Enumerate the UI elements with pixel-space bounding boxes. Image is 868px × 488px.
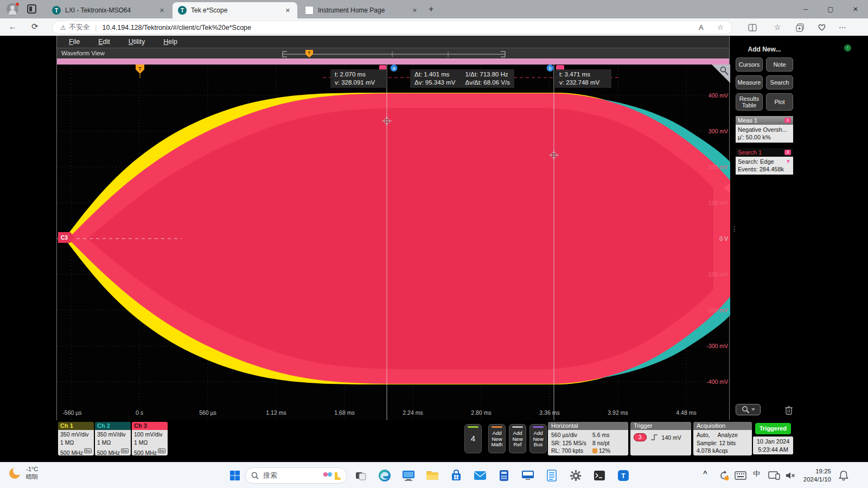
profile-avatar[interactable] <box>7 3 18 15</box>
close-button[interactable]: ✕ <box>843 0 868 18</box>
new-tab-button[interactable]: + <box>429 4 433 14</box>
results-table-button[interactable]: Results Table <box>736 93 763 111</box>
tab-close-icon[interactable]: ✕ <box>411 7 419 14</box>
ch3-impedance: 1 MΩ <box>134 439 168 447</box>
warning-icon: ⚠ <box>60 24 66 31</box>
search1-badge[interactable]: Search 1 3 Search: Edge ▼ Events: 284.45… <box>736 148 793 175</box>
workspaces-icon[interactable] <box>27 4 36 14</box>
trigger-position-flag[interactable]: T <box>136 65 144 78</box>
svg-text:400 mV: 400 mV <box>709 92 728 99</box>
ch4-button[interactable]: 4 <box>464 424 482 453</box>
ch3-name: Ch 3 <box>132 422 168 430</box>
ch3-badge[interactable]: Ch 3 100 mV/div 1 MΩ 500 MHzBw <box>132 422 168 455</box>
trigger-title: Trigger <box>630 422 691 430</box>
address-bar[interactable]: ⚠ 不安全 | 10.4.194.128/Tektronix/#/client/… <box>52 21 732 34</box>
svg-text:-200 mV: -200 mV <box>706 307 728 313</box>
browser-essentials-icon[interactable] <box>817 23 827 33</box>
touch-keyboard-icon[interactable] <box>733 468 748 483</box>
meas1-source-badge: 3 <box>784 118 791 123</box>
favorite-star-icon[interactable]: ☆ <box>717 23 724 31</box>
teams-icon[interactable]: T <box>616 468 630 483</box>
meas1-name: Negative Oversh... <box>738 126 791 133</box>
add-new-bus-button[interactable]: AddNewBus <box>529 424 547 453</box>
back-button[interactable]: ← <box>9 22 17 31</box>
notifications-bell-icon[interactable] <box>837 468 851 483</box>
tab-title: Instrument Home Page <box>318 7 406 14</box>
search1-events: Events: 284.458k <box>738 165 791 173</box>
ch2-badge[interactable]: Ch 2 350 mV/div 1 MΩ 500 MHzBw <box>95 422 131 455</box>
update-pending-icon[interactable] <box>717 468 731 483</box>
menu-file[interactable]: File <box>69 38 80 46</box>
tab-close-icon[interactable]: ✕ <box>284 7 292 14</box>
tab-escope[interactable]: T Tek e*Scope ✕ <box>173 2 297 18</box>
add-new-ref-button[interactable]: AddNewRef <box>509 424 526 453</box>
store-icon[interactable] <box>449 468 463 483</box>
settings-more-icon[interactable]: ⋯ <box>838 23 847 33</box>
collections-icon[interactable] <box>795 23 805 33</box>
menu-help[interactable]: Help <box>163 38 177 46</box>
terminal-icon[interactable] <box>592 468 607 483</box>
tab-instrument-home[interactable]: Instrument Home Page ✕ <box>299 2 424 18</box>
cursors-button[interactable]: Cursors <box>736 57 763 72</box>
url-text[interactable]: 10.4.194.128/Tektronix/#/client/c/Tek%20… <box>103 24 251 31</box>
triggered-status: Triggered <box>755 423 791 434</box>
acquisition-sample: Sample: 12 bits <box>697 439 749 447</box>
zoom-grip-icon[interactable] <box>712 65 730 83</box>
split-screen-icon[interactable] <box>748 23 757 33</box>
svg-text:-560 µs: -560 µs <box>62 409 81 416</box>
measure-button[interactable]: Measure <box>736 75 763 89</box>
vertical-scroll-handle[interactable]: ⋮ <box>731 227 735 232</box>
taskbar-search[interactable]: 搜索 <box>245 467 347 484</box>
note-button[interactable]: Note <box>766 57 793 72</box>
notes-icon[interactable] <box>545 468 559 483</box>
search1-dropdown-icon[interactable]: ▼ <box>786 158 791 165</box>
ime-indicator[interactable]: 中 <box>753 469 760 479</box>
screen: T LXI - Tektronix-MSO64 ✕ T Tek e*Scope … <box>0 0 868 488</box>
tab-close-icon[interactable]: ✕ <box>158 7 166 14</box>
search-button[interactable]: Search <box>766 75 793 89</box>
minimize-button[interactable]: ─ <box>793 0 818 18</box>
ch1-badge[interactable]: Ch 1 350 mV/div 1 MΩ 500 MHzBw <box>58 422 94 455</box>
add-new-label: Add New... <box>736 46 793 53</box>
plot-button[interactable]: Plot <box>766 93 793 111</box>
add-new-math-button[interactable]: AddNewMath <box>488 424 506 453</box>
update-available-badge[interactable]: ↑ <box>844 44 851 52</box>
taskbar-clock[interactable]: 19:25 2024/1/10 <box>801 467 831 484</box>
calculator-icon[interactable] <box>497 468 511 483</box>
tray-chevron-up-icon[interactable]: ^ <box>703 469 707 477</box>
mail-icon[interactable] <box>473 468 487 483</box>
svg-text:1.68 ms: 1.68 ms <box>334 409 354 416</box>
menu-edit[interactable]: Edit <box>98 38 110 46</box>
refresh-button[interactable]: ⟳ <box>31 22 39 31</box>
cast-device-icon[interactable] <box>767 468 781 483</box>
settings-icon[interactable] <box>569 468 583 483</box>
acquisition-badge[interactable]: Acquisition Auto, Analyze Sample: 12 bit… <box>693 422 752 455</box>
svg-text:b: b <box>548 66 551 71</box>
remote-display-icon[interactable] <box>521 468 535 483</box>
horizontal-badge[interactable]: Horizontal 560 µs/div 5.6 ms SR: 125 MS/… <box>548 422 628 455</box>
search-placeholder: 搜索 <box>263 471 318 480</box>
menu-utility[interactable]: Utility <box>129 38 145 46</box>
waveform-graticule[interactable]: T a <box>57 65 729 420</box>
weather-widget[interactable]: -1°C 晴朗 <box>8 465 38 480</box>
meas1-badge[interactable]: Meas 1 3 Negative Oversh... µ': 50.00 k% <box>736 116 793 143</box>
zoom-mode-button[interactable] <box>736 404 761 415</box>
trigger-badge[interactable]: Trigger 3 140 mV <box>630 422 691 455</box>
security-label[interactable]: 不安全 <box>69 23 90 32</box>
start-button[interactable] <box>228 468 242 483</box>
add-new-buttons: Cursors Note Measure Search Results Tabl… <box>736 57 793 111</box>
avatar-head <box>10 5 15 10</box>
trash-icon[interactable] <box>784 405 793 415</box>
tab-lxi[interactable]: T LXI - Tektronix-MSO64 ✕ <box>47 2 171 18</box>
cursor-a-readout: t: 2.070 ms v: 328.091 mV <box>330 69 387 88</box>
volume-muted-icon[interactable] <box>783 468 797 483</box>
task-view-icon[interactable] <box>354 468 368 483</box>
favorites-bar-icon[interactable]: ☆ <box>773 23 782 33</box>
record-overview-bar[interactable]: T <box>280 49 508 58</box>
read-aloud-icon[interactable]: A <box>699 23 704 31</box>
file-explorer-icon[interactable] <box>425 468 439 483</box>
maximize-button[interactable]: ▢ <box>818 0 843 18</box>
edge-icon[interactable] <box>378 468 392 483</box>
display-settings-icon[interactable] <box>401 468 416 483</box>
zoom-overview-strip[interactable] <box>57 59 729 65</box>
